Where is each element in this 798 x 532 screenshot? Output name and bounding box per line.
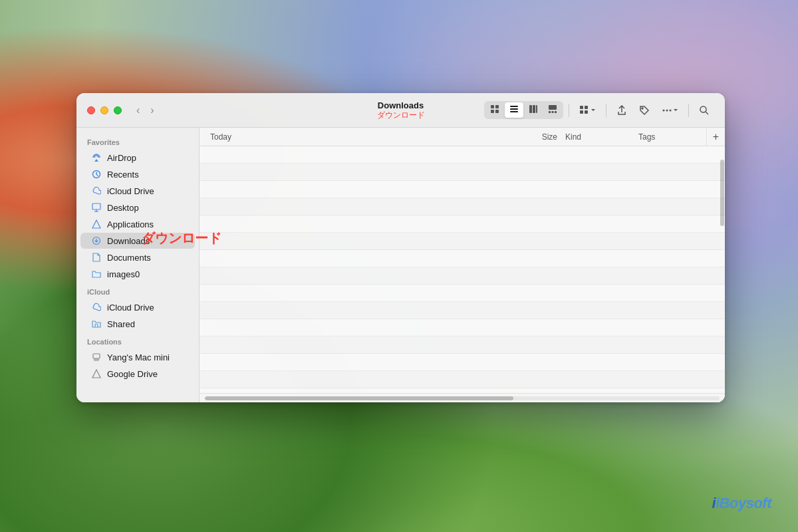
svg-point-18	[642, 108, 643, 109]
svg-rect-25	[92, 203, 100, 209]
forward-button[interactable]: ›	[146, 102, 158, 118]
file-row	[200, 181, 725, 198]
icloud-drive-icon	[91, 186, 102, 196]
svg-rect-9	[536, 105, 537, 113]
col-today-header: Today	[200, 132, 499, 142]
column-header: Today Size Kind Tags +	[200, 128, 725, 146]
file-row	[200, 302, 725, 319]
icon-view-button[interactable]	[485, 102, 504, 118]
col-tags-header: Tags	[638, 132, 712, 142]
folder-icon	[91, 269, 102, 279]
view-buttons-group	[484, 101, 563, 119]
svg-rect-2	[491, 110, 494, 113]
sidebar-item-desktop[interactable]: Desktop	[80, 200, 195, 215]
sidebar-item-desktop-label: Desktop	[107, 203, 139, 213]
sidebar-item-recents-label: Recents	[107, 170, 139, 180]
share-button[interactable]	[612, 102, 632, 119]
add-column-button[interactable]: +	[706, 128, 725, 146]
traffic-lights	[87, 106, 122, 114]
file-row	[200, 388, 725, 393]
navigation-buttons: ‹ ›	[132, 102, 158, 118]
tag-button[interactable]	[634, 102, 654, 119]
shared-icon	[91, 319, 102, 329]
sidebar-item-applications[interactable]: Applications	[80, 216, 195, 232]
svg-rect-14	[580, 106, 583, 109]
horizontal-scrollbar-track[interactable]	[205, 396, 720, 400]
column-view-button[interactable]	[524, 102, 543, 118]
file-row	[200, 371, 725, 388]
sidebar-item-mac-mini[interactable]: Yang's Mac mini	[80, 349, 195, 365]
sidebar: Favorites AirDrop	[76, 128, 200, 402]
applications-icon	[91, 219, 102, 229]
recents-icon	[91, 169, 102, 180]
sidebar-item-images0-label: images0	[107, 269, 140, 279]
file-row	[200, 233, 725, 250]
horizontal-scrollbar-thumb[interactable]	[205, 396, 513, 400]
svg-rect-5	[510, 108, 518, 110]
sidebar-item-images0[interactable]: images0	[80, 266, 195, 282]
file-row	[200, 354, 725, 371]
sidebar-item-shared[interactable]: Shared	[80, 316, 195, 332]
svg-rect-1	[495, 105, 499, 108]
svg-rect-16	[580, 110, 583, 114]
sidebar-item-icloud-drive-2[interactable]: iCloud Drive	[80, 299, 195, 315]
svg-point-22	[700, 106, 706, 112]
file-row	[200, 319, 725, 336]
file-row	[200, 267, 725, 285]
back-button[interactable]: ‹	[132, 102, 144, 118]
svg-rect-30	[94, 359, 98, 360]
sidebar-item-icloud-drive[interactable]: iCloud Drive	[80, 183, 195, 199]
more-button[interactable]	[657, 102, 683, 119]
gallery-view-button[interactable]	[543, 102, 562, 118]
desktop-icon	[91, 202, 102, 213]
file-row	[200, 164, 725, 181]
divider-1	[569, 104, 569, 117]
icloud-drive-2-icon	[91, 302, 102, 313]
sidebar-item-airdrop[interactable]: AirDrop	[80, 150, 195, 166]
scrollbar-thumb[interactable]	[720, 160, 724, 226]
svg-rect-15	[585, 106, 588, 109]
file-row	[200, 146, 725, 164]
svg-point-20	[666, 109, 668, 111]
sidebar-item-downloads[interactable]: Downloads	[80, 233, 195, 249]
svg-rect-0	[491, 105, 494, 108]
sidebar-item-mac-mini-label: Yang's Mac mini	[107, 352, 170, 362]
downloads-icon	[91, 235, 102, 246]
svg-line-23	[706, 112, 708, 114]
col-size-header: Size	[499, 132, 565, 142]
file-row	[200, 198, 725, 215]
svg-rect-3	[495, 110, 499, 113]
sidebar-item-documents-label: Documents	[107, 253, 151, 263]
list-view-button[interactable]	[505, 102, 523, 118]
svg-rect-17	[585, 110, 588, 114]
minimize-button[interactable]	[100, 106, 108, 114]
airdrop-icon	[91, 152, 102, 163]
favorites-label: Favorites	[76, 133, 199, 149]
group-button[interactable]	[575, 102, 600, 119]
scrollbar-track[interactable]	[720, 146, 725, 393]
google-drive-icon	[91, 368, 102, 379]
sidebar-item-downloads-label: Downloads	[107, 236, 150, 246]
title-bar: ‹ › Downloads ダウンロード	[76, 93, 725, 128]
window-title: Downloads	[378, 100, 424, 111]
maximize-button[interactable]	[114, 106, 122, 114]
sidebar-item-icloud-drive-2-label: iCloud Drive	[107, 303, 154, 313]
svg-point-21	[670, 109, 672, 111]
sidebar-item-recents[interactable]: Recents	[80, 166, 195, 182]
file-row	[200, 285, 725, 302]
sidebar-item-icloud-label: iCloud Drive	[107, 186, 154, 196]
sidebar-item-documents[interactable]: Documents	[80, 249, 195, 265]
svg-rect-7	[529, 105, 532, 113]
svg-rect-6	[510, 111, 518, 112]
file-row	[200, 215, 725, 233]
sidebar-item-applications-label: Applications	[107, 219, 154, 229]
close-button[interactable]	[87, 106, 95, 114]
svg-rect-8	[533, 105, 535, 113]
window-title-japanese: ダウンロード	[377, 110, 425, 120]
sidebar-item-shared-label: Shared	[107, 319, 135, 329]
sidebar-item-google-drive[interactable]: Google Drive	[80, 366, 195, 382]
locations-label: Locations	[76, 332, 199, 348]
file-list	[200, 146, 725, 393]
svg-rect-29	[93, 354, 100, 358]
search-button[interactable]	[694, 102, 714, 119]
